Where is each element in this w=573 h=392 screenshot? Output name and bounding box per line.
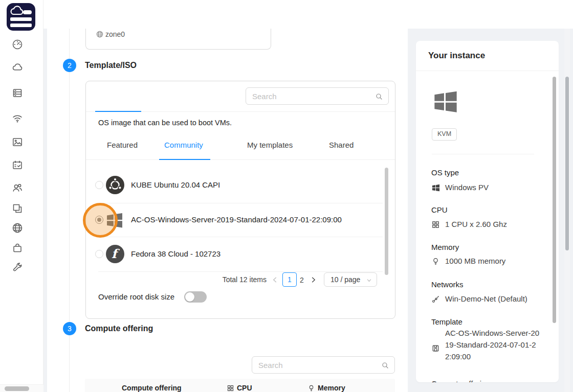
bulb-icon (307, 384, 315, 392)
section-heading: Networks (431, 280, 464, 289)
row-divider (98, 271, 383, 272)
pagination-total: Total 12 items (194, 275, 267, 284)
sidebar-footer (0, 384, 43, 392)
sidebar (0, 0, 43, 392)
pagination-prev-icon[interactable] (272, 276, 278, 283)
row-divider (98, 237, 383, 237)
globe-icon (96, 30, 104, 38)
page-size-value: 10 / page (330, 275, 360, 284)
users-icon[interactable] (11, 181, 24, 194)
cpu-grid-icon (431, 220, 440, 229)
storage-icon[interactable] (11, 87, 24, 99)
top-header (0, 0, 573, 29)
toggle-knob (185, 292, 194, 302)
template-search-placeholder: Search (252, 92, 277, 101)
step-connector (69, 29, 70, 59)
page-scrollbar-track[interactable] (564, 29, 570, 392)
template-name: KUBE Ubuntu 20.04 CAPI (131, 180, 220, 189)
windows-icon (431, 183, 440, 192)
template-name: Fedora 38 Cloud - 102723 (131, 249, 221, 258)
row-divider (98, 203, 383, 203)
section-heading: OS type (431, 168, 459, 177)
pagination-page-1[interactable]: 1 (282, 272, 297, 287)
tab-ink-bar (95, 111, 141, 112)
compute-offering-table-header: Compute offering CPU Memory (85, 379, 395, 392)
section-value: 1000 MB memory (445, 257, 505, 265)
list-scrollbar[interactable] (385, 168, 388, 275)
page-size-select[interactable]: 10 / page (324, 272, 377, 287)
template-name: AC-OS-Windows-Server-2019-Standard-2024-… (131, 215, 342, 224)
infrastructure-icon[interactable] (11, 222, 24, 234)
app-root: A MG Mon Goose zone0 2 Templa (0, 0, 573, 392)
step-2-label: Template/ISO (85, 61, 137, 70)
column-compute-offering: Compute offering (122, 384, 182, 392)
chevron-down-icon (366, 278, 372, 283)
network-icon[interactable] (11, 112, 24, 124)
filter-tab-ink-bar (159, 159, 210, 160)
instance-panel: Your instance KVM OS type Windows PV CPU (416, 41, 559, 382)
step-connector (69, 72, 70, 322)
zone-select-value: zone0 (105, 30, 125, 38)
images-icon[interactable] (11, 136, 24, 148)
cpu-grid-icon (227, 384, 234, 392)
section-heading: Template (431, 317, 462, 326)
step-2-indicator: 2 (63, 59, 76, 72)
section-value: Win-Demo-Net (Default) (445, 294, 527, 303)
pagination-page-2[interactable]: 2 (300, 276, 304, 284)
step-3-label: Compute offering (85, 324, 153, 333)
windows-logo-icon (105, 211, 124, 229)
ubuntu-logo-icon (106, 176, 124, 194)
dashboard-icon[interactable] (11, 38, 24, 51)
instance-panel-title: Your instance (428, 51, 485, 61)
instance-panel-header: Your instance (416, 41, 559, 71)
template-radio-unchecked[interactable] (95, 181, 103, 189)
network-plug-icon (431, 295, 440, 304)
page-scrollbar-thumb[interactable] (565, 77, 569, 250)
tab-shared[interactable]: Shared (329, 141, 354, 149)
template-search-input[interactable]: Search (246, 87, 389, 105)
windows-logo-icon (432, 88, 459, 115)
section-heading: Compute offering (431, 379, 490, 382)
section-heading: Memory (431, 243, 459, 251)
search-icon[interactable] (375, 93, 383, 101)
cloud-compute-icon[interactable] (11, 61, 24, 74)
column-cpu: CPU (237, 384, 252, 392)
tab-my-templates[interactable]: My templates (247, 141, 293, 149)
template-radio-checked[interactable] (95, 216, 103, 224)
hypervisor-tag: KVM (432, 128, 457, 141)
override-root-disk-toggle[interactable] (184, 291, 207, 303)
tools-icon[interactable] (11, 261, 24, 273)
override-root-disk-label: Override root disk size (98, 292, 174, 301)
projects-icon[interactable] (11, 202, 24, 215)
events-icon[interactable] (11, 159, 24, 171)
template-radio-unchecked[interactable] (95, 250, 103, 258)
section-value: AC-OS-Windows-Server-2019-Standard-2024-… (445, 327, 540, 362)
app-logo[interactable] (7, 3, 35, 31)
zone-select[interactable]: zone0 (85, 29, 271, 50)
tab-featured[interactable]: Featured (107, 141, 138, 149)
filter-tab-divider (86, 159, 395, 160)
section-value: Windows PV (445, 183, 489, 192)
compute-offering-search-input[interactable]: Search (252, 356, 395, 374)
section-value: 1 CPU x 2.60 Ghz (445, 220, 507, 228)
save-icon (431, 344, 440, 353)
offerings-icon[interactable] (11, 242, 24, 254)
step-connector (69, 335, 70, 392)
compute-search-placeholder: Search (258, 361, 283, 370)
tab-community[interactable]: Community (164, 141, 203, 149)
column-memory: Memory (318, 384, 345, 392)
bulb-icon (431, 257, 440, 266)
sidebar-resize-handle[interactable] (5, 386, 29, 391)
pagination-next-icon[interactable] (310, 276, 317, 283)
fedora-logo-icon: f (106, 245, 124, 263)
step-3-indicator: 3 (63, 322, 76, 335)
panel-divider (432, 154, 534, 154)
search-icon[interactable] (381, 361, 389, 370)
template-description: OS image that can be used to boot VMs. (98, 119, 232, 127)
panel-scrollbar[interactable] (553, 77, 556, 323)
section-heading: CPU (431, 205, 448, 214)
